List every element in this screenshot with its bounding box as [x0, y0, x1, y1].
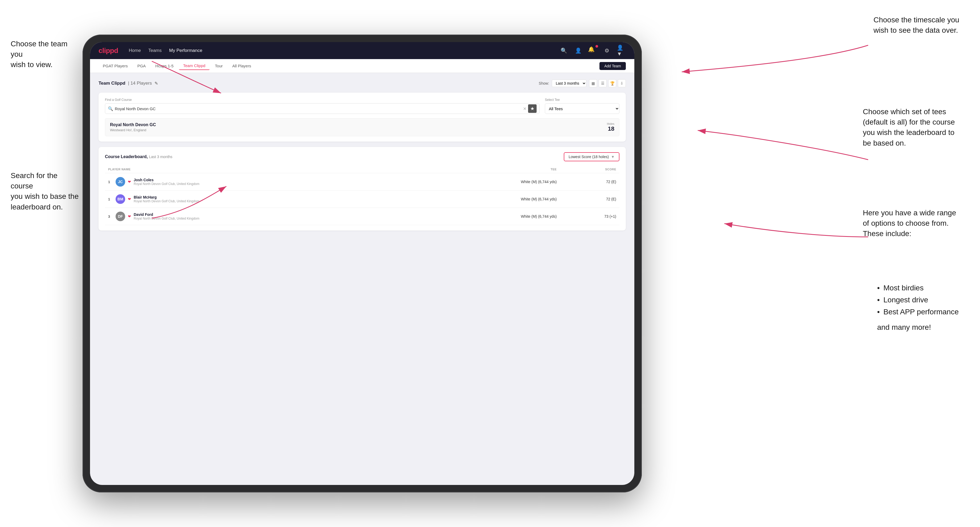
search-section: Find a Golf Course 🔍 ✕ ★ Select Tee — [99, 93, 626, 141]
team-header: Team Clippd | 14 Players ✎ Show: Last 3 … — [99, 79, 626, 87]
annotation-tees: Choose which set of tees (default is all… — [863, 106, 964, 148]
sub-nav-pgat[interactable]: PGAT Players — [99, 62, 132, 70]
option-item: Longest drive — [877, 294, 959, 306]
list-view-icon[interactable]: ☰ — [599, 79, 607, 87]
tee-cell-1: White (M) (6,744 yds) — [423, 190, 560, 208]
course-location: Westward Ho!, England — [110, 128, 156, 132]
table-header-row: PLAYER NAME TEE SCORE — [105, 165, 619, 173]
score-cell-2: 73 (+1) — [560, 208, 619, 225]
player-name-1: Blair McHarg — [134, 195, 199, 199]
search-icon[interactable]: 🔍 — [559, 46, 568, 55]
tee-select[interactable]: All Tees — [545, 103, 619, 114]
search-input-wrap: 🔍 ✕ ★ — [105, 103, 539, 114]
tee-label: Select Tee — [545, 98, 619, 102]
rank-2: 3 — [108, 214, 113, 219]
option-item: Most birdies — [877, 282, 959, 294]
options-list: Most birdiesLongest driveBest APP perfor… — [877, 282, 959, 318]
find-course-group: Find a Golf Course 🔍 ✕ ★ — [105, 98, 539, 114]
table-row: 1 JC ❤ Josh Coles Royal North Devon Golf… — [105, 173, 619, 190]
tee-cell-0: White (M) (6,744 yds) — [423, 173, 560, 190]
leaderboard-section: Course Leaderboard, Last 3 months Lowest… — [99, 147, 626, 230]
course-result: Royal North Devon GC Westward Ho!, Engla… — [105, 118, 619, 136]
rank-1: 1 — [108, 197, 113, 201]
grid-view-icon[interactable]: ▦ — [589, 79, 597, 87]
sub-nav-teamclippd[interactable]: Team Clippd — [179, 62, 210, 70]
find-course-label: Find a Golf Course — [105, 98, 539, 102]
rank-0: 1 — [108, 180, 113, 184]
nav-link-home[interactable]: Home — [129, 48, 141, 53]
course-info: Royal North Devon GC Westward Ho!, Engla… — [110, 122, 156, 132]
score-type-button[interactable]: Lowest Score (18 holes) ▼ — [564, 152, 619, 161]
user-menu-icon[interactable]: 👤 ▼ — [617, 46, 626, 55]
player-cell-0: 1 JC ❤ Josh Coles Royal North Devon Golf… — [105, 173, 423, 190]
search-course-input[interactable] — [115, 106, 523, 111]
download-icon[interactable]: ⇩ — [618, 79, 626, 87]
nav-link-myperformance[interactable]: My Performance — [169, 48, 202, 53]
col-tee: TEE — [423, 165, 560, 173]
table-row: 1 BM ❤ Blair McHarg Royal North Devon Go… — [105, 190, 619, 208]
player-info-1: Blair McHarg Royal North Devon Golf Club… — [134, 195, 199, 203]
heart-icon-2[interactable]: ❤ — [128, 214, 131, 219]
tee-group: Select Tee All Tees — [545, 98, 619, 114]
profile-icon[interactable]: 👤 — [574, 46, 583, 55]
app-container: clippd Home Teams My Performance 🔍 👤 🔔 ⚙… — [90, 42, 634, 485]
table-row: 3 DF ❤ David Ford Royal North Devon Golf… — [105, 208, 619, 225]
settings-icon[interactable]: ⚙ — [602, 46, 611, 55]
annotation-timescale: Choose the timescale you wish to see the… — [873, 14, 964, 35]
team-name: Team Clippd — [99, 81, 126, 86]
score-cell-1: 72 (E) — [560, 190, 619, 208]
player-info-2: David Ford Royal North Devon Golf Club, … — [134, 213, 199, 221]
sub-nav: PGAT Players PGA Hcaps 1-5 Team Clippd T… — [90, 59, 634, 73]
course-name: Royal North Devon GC — [110, 122, 156, 127]
score-cell-0: 72 (E) — [560, 173, 619, 190]
col-score: SCORE — [560, 165, 619, 173]
option-item: Best APP performance — [877, 306, 959, 318]
sub-nav-tour[interactable]: Tour — [211, 62, 227, 70]
player-club-2: Royal North Devon Golf Club, United King… — [134, 217, 199, 221]
avatar-0: JC — [116, 177, 125, 187]
player-name-0: Josh Coles — [134, 178, 199, 182]
tee-cell-2: White (M) (6,744 yds) — [423, 208, 560, 225]
star-button[interactable]: ★ — [528, 104, 536, 113]
main-content: Team Clippd | 14 Players ✎ Show: Last 3 … — [90, 73, 634, 485]
player-cell-1: 1 BM ❤ Blair McHarg Royal North Devon Go… — [105, 190, 423, 208]
score-type-label: Lowest Score (18 holes) — [568, 155, 609, 159]
player-count: | 14 Players — [128, 81, 152, 86]
team-title-group: Team Clippd | 14 Players ✎ — [99, 81, 158, 86]
top-nav: clippd Home Teams My Performance 🔍 👤 🔔 ⚙… — [90, 42, 634, 59]
player-club-1: Royal North Devon Golf Club, United King… — [134, 199, 199, 203]
col-player: PLAYER NAME — [105, 165, 423, 173]
heart-icon-0[interactable]: ❤ — [128, 179, 131, 184]
annotation-team: Choose the team you wish to view. — [11, 39, 80, 70]
leaderboard-header: Course Leaderboard, Last 3 months Lowest… — [105, 152, 619, 161]
annotation-options-intro: Here you have a wide range of options to… — [863, 208, 964, 239]
player-info-0: Josh Coles Royal North Devon Golf Club, … — [134, 178, 199, 186]
show-control: Show: Last 3 months ▦ ☰ 🏆 ⇩ — [539, 79, 626, 87]
trophy-icon[interactable]: 🏆 — [608, 79, 616, 87]
score-type-chevron: ▼ — [611, 155, 615, 159]
nav-link-teams[interactable]: Teams — [148, 48, 162, 53]
nav-links: Home Teams My Performance — [129, 48, 559, 53]
player-cell-2: 3 DF ❤ David Ford Royal North Devon Golf… — [105, 208, 423, 225]
sub-nav-hcaps[interactable]: Hcaps 1-5 — [151, 62, 178, 70]
leaderboard-title: Course Leaderboard, Last 3 months — [105, 154, 172, 159]
search-row: Find a Golf Course 🔍 ✕ ★ Select Tee — [105, 98, 619, 114]
edit-team-icon[interactable]: ✎ — [154, 81, 158, 86]
sub-nav-allplayers[interactable]: All Players — [228, 62, 255, 70]
avatar-1: BM — [116, 194, 125, 204]
annotation-search: Search for the course you wish to base t… — [11, 170, 80, 212]
leaderboard-subtitle: Last 3 months — [149, 155, 172, 159]
add-team-button[interactable]: Add Team — [600, 62, 626, 70]
holes-number: 18 — [608, 125, 614, 132]
clear-search-icon[interactable]: ✕ — [523, 106, 527, 111]
leaderboard-body: 1 JC ❤ Josh Coles Royal North Devon Golf… — [105, 173, 619, 225]
show-label: Show: — [539, 81, 549, 86]
heart-icon-1[interactable]: ❤ — [128, 197, 131, 201]
avatar-2: DF — [116, 211, 125, 221]
notification-icon[interactable]: 🔔 — [588, 46, 597, 55]
annotation-options-list-wrap: Most birdiesLongest driveBest APP perfor… — [877, 282, 959, 332]
sub-nav-pga[interactable]: PGA — [133, 62, 150, 70]
time-period-dropdown[interactable]: Last 3 months — [552, 79, 586, 87]
tablet-frame: clippd Home Teams My Performance 🔍 👤 🔔 ⚙… — [83, 35, 642, 492]
view-icons: ▦ ☰ 🏆 ⇩ — [589, 79, 626, 87]
